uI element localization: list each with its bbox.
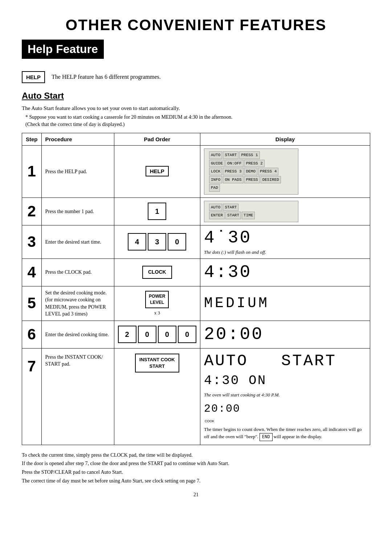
procedure-7: Press the INSTANT COOK/ START pad. [41,348,114,445]
step-number-2: 2 [22,197,42,225]
display-medium: MEDIUM [204,296,366,311]
pad-2-btn[interactable]: 2 [118,326,136,343]
power-level-btn[interactable]: POWERLEVEL [145,291,169,308]
display-6: 20:00 [200,321,370,349]
help-description-row: HELP The HELP feature has 6 different pr… [22,71,370,83]
step-number-5: 5 [22,286,42,321]
procedure-2: Press the number 1 pad. [41,197,114,225]
table-row: 3 Enter the desired start time. 4 3 0 4˙… [22,225,370,258]
step-number-3: 3 [22,225,42,258]
procedure-6: Enter the desired cooking time. [41,321,114,349]
display-note-7b: The timer begins to count down. When the… [204,426,366,441]
cook-label: COOK [205,419,215,423]
procedure-3: Enter the desired start time. [41,225,114,258]
display-430-dots: 4˙30 [204,228,366,248]
table-row: 5 Set the desired cooking mode. (for mic… [22,286,370,321]
display-7: AUTO START 4:30 ON The oven will start c… [200,348,370,445]
display-clock: 4:30 [204,263,366,282]
note-line: * Suppose you want to start cooking a ca… [22,114,370,128]
pad-order-5: POWERLEVEL x 3 [114,286,200,321]
pad-order-6: 2 0 0 0 [114,321,200,349]
pad-order-1: HELP [114,146,200,198]
pad-group-2000: 2 0 0 0 [118,326,197,343]
pad-0b-btn[interactable]: 0 [158,326,176,343]
table-row: 4 Press the CLOCK pad. CLOCK 4:30 [22,258,370,286]
col-header-step: Step [22,133,42,146]
display-3: 4˙30 The dots (:) will flash on and off. [200,225,370,258]
pad-group-430: 4 3 0 [118,233,197,250]
pad-4-btn[interactable]: 4 [128,233,146,250]
pad-0c-btn[interactable]: 0 [178,326,196,343]
section-heading: Help Feature [22,40,104,59]
display-430-on: 4:30 ON [204,372,366,390]
footnotes: To check the current time, simply press … [22,451,370,485]
help-description-text: The HELP feature has 6 different program… [52,73,161,81]
pad-0-btn[interactable]: 0 [168,233,186,250]
procedure-1: Press the HELP pad. [41,146,114,198]
step-number-4: 4 [22,258,42,286]
procedure-4: Press the CLOCK pad. [41,258,114,286]
help-button[interactable]: HELP [22,71,45,83]
pad-order-7: INSTANT COOKSTART [114,348,200,445]
step-number-7: 7 [22,348,42,445]
table-row: 1 Press the HELP pad. HELP AUTOSTARTPRES… [22,146,370,198]
display-4: 4:30 [200,258,370,286]
table-row: 7 Press the INSTANT COOK/ START pad. INS… [22,348,370,445]
col-header-pad: Pad Order [114,133,200,146]
display-5: MEDIUM [200,286,370,321]
col-header-procedure: Procedure [41,133,114,146]
multiplier-x3: x 3 [118,310,197,316]
procedure-5: Set the desired cooking mode. (for micro… [41,286,114,321]
step-number-1: 1 [22,146,42,198]
pad-order-2: 1 [114,197,200,225]
display-auto-start: AUTO START [204,352,366,370]
footnote-1: To check the current time, simply press … [22,451,370,460]
footnote-4: The correct time of day must be set befo… [22,477,370,485]
table-row: 2 Press the number 1 pad. 1 AUTOSTART EN… [22,197,370,225]
display-note-7a: The oven will start cooking at 4:30 P.M. [204,392,366,398]
steps-table: Step Procedure Pad Order Display 1 Press… [22,133,370,445]
display-2000-step7: 20:00 [204,401,366,416]
display-note-3: The dots (:) will flash on and off. [204,249,366,256]
table-row: 6 Enter the desired cooking time. 2 0 0 … [22,321,370,349]
pad-3-btn[interactable]: 3 [148,233,166,250]
num1-pad-btn[interactable]: 1 [148,203,166,220]
intro-line1: The Auto Start feature allows you to set… [22,105,370,112]
instant-cook-btn[interactable]: INSTANT COOKSTART [135,354,179,372]
clock-pad-btn[interactable]: CLOCK [142,266,172,279]
display-2000: 20:00 [204,325,366,344]
step-number-6: 6 [22,321,42,349]
display-screen-1: AUTOSTARTPRESS 1 GUIDEON:OFFPRESS 2 LOCK… [204,148,298,195]
auto-start-heading: Auto Start [22,90,370,102]
footnote-3: Press the STOP/CLEAR pad to cancel Auto … [22,468,370,477]
pad-order-3: 4 3 0 [114,225,200,258]
help-pad-btn[interactable]: HELP [146,166,169,176]
col-header-display: Display [200,133,370,146]
page-title: OTHER CONVENIENT FEATURES [22,15,370,36]
end-box: END [260,433,273,441]
display-screen-2: AUTOSTART ENTERSTARTTIME [204,201,298,222]
display-2: AUTOSTART ENTERSTARTTIME [200,197,370,225]
pad-order-4: CLOCK [114,258,200,286]
display-1: AUTOSTARTPRESS 1 GUIDEON:OFFPRESS 2 LOCK… [200,146,370,198]
pad-0a-btn[interactable]: 0 [138,326,156,343]
page-number: 21 [22,491,370,498]
footnote-2: If the door is opened after step 7, clos… [22,459,370,468]
